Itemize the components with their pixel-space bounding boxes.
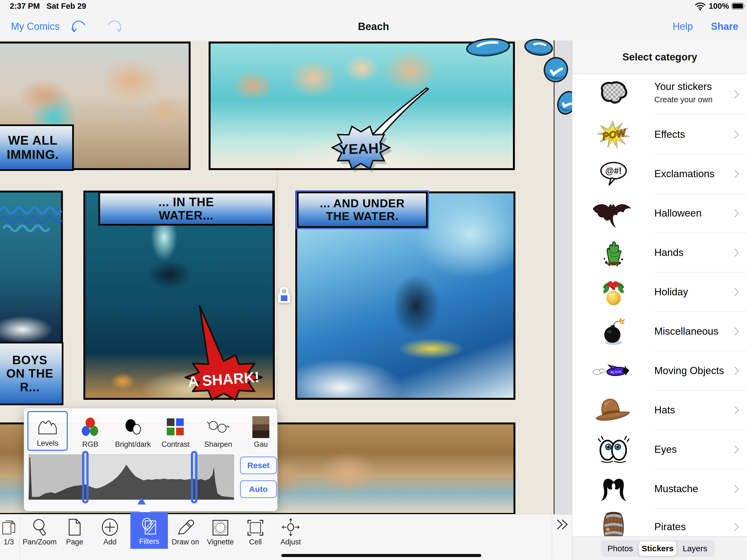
bat-icon bbox=[591, 196, 633, 230]
wifi-icon bbox=[695, 2, 706, 10]
levels-black-point-slider[interactable] bbox=[82, 451, 88, 503]
bomb-icon bbox=[596, 314, 631, 349]
toolbar-filters[interactable]: Filters bbox=[130, 512, 168, 549]
mustache-icon bbox=[596, 472, 631, 506]
water-drop-sticker[interactable] bbox=[542, 55, 570, 84]
magnifier-icon bbox=[32, 516, 48, 536]
toolbar-add[interactable]: Add bbox=[93, 516, 127, 558]
filter-option-bright-dark[interactable]: Bright/dark bbox=[113, 411, 153, 451]
filter-option-contrast[interactable]: Contrast bbox=[155, 411, 196, 451]
bright-dark-icon bbox=[122, 416, 144, 439]
chevron-right-icon bbox=[734, 445, 739, 454]
sidebar-item-halloween[interactable]: Halloween bbox=[572, 194, 747, 233]
share-button[interactable]: Share bbox=[711, 21, 738, 32]
speech-bubble-yeah[interactable]: YEAH! bbox=[306, 82, 432, 176]
sidebar-item-moving-objects[interactable]: BLACK Moving Objects bbox=[572, 351, 747, 390]
toolbar-divider bbox=[552, 515, 552, 559]
chevron-right-icon bbox=[734, 523, 739, 531]
sidebar-item-effects[interactable]: POW Effects bbox=[572, 115, 747, 154]
levels-gamma-slider[interactable] bbox=[137, 498, 146, 505]
page-indicator[interactable]: 1/3 bbox=[0, 516, 22, 558]
page-title: Beach bbox=[358, 21, 389, 32]
filters-popup: Levels RGB Bright/dark bbox=[24, 408, 278, 511]
caption-and-under-the-water[interactable]: ... AND UNDER THE WATER. bbox=[297, 192, 428, 228]
chevron-right-icon bbox=[734, 288, 739, 297]
sidebar-item-miscellaneous[interactable]: Miscellaneous bbox=[572, 312, 747, 351]
page-edge bbox=[554, 41, 555, 514]
svg-text:@#!: @#! bbox=[606, 166, 622, 176]
toolbar-divider bbox=[20, 515, 20, 559]
help-button[interactable]: Help bbox=[673, 21, 693, 32]
filter-option-levels[interactable]: Levels bbox=[27, 411, 68, 451]
status-bar: 2:37 PM Sat Feb 29 100% bbox=[0, 0, 747, 12]
chevron-right-icon bbox=[734, 406, 739, 414]
highlight-clip-region bbox=[194, 455, 234, 500]
caption-boys-on-the[interactable]: BOYS ON THE R... bbox=[0, 342, 63, 405]
levels-histogram bbox=[28, 455, 234, 500]
chevron-right-icon bbox=[734, 90, 739, 99]
more-tools-chevron[interactable] bbox=[556, 518, 570, 531]
filter-option-rgb[interactable]: RGB bbox=[70, 411, 110, 451]
chevron-right-icon bbox=[734, 327, 739, 336]
sidebar-item-holiday[interactable]: Holiday bbox=[572, 272, 747, 312]
chevron-right-icon bbox=[734, 485, 739, 493]
sidebar-item-your-stickers[interactable]: Your stickers Create your own bbox=[572, 74, 747, 115]
app-screen: 2:37 PM Sat Feb 29 100% My Comics bbox=[0, 0, 747, 560]
pages-icon bbox=[2, 516, 16, 536]
battery-icon bbox=[731, 2, 746, 9]
clock: 2:37 PM bbox=[10, 2, 40, 11]
sidebar-item-exclamations[interactable]: @#! Exclamations bbox=[572, 154, 747, 194]
water-drop-sticker[interactable] bbox=[523, 38, 555, 57]
sidebar-header: Select category bbox=[572, 41, 747, 74]
water-drop-sticker[interactable] bbox=[465, 37, 511, 57]
tab-stickers[interactable]: Stickers bbox=[639, 541, 676, 556]
caption-in-the-water[interactable]: ... IN THE WATER... bbox=[98, 192, 274, 226]
toolbar-draw-on[interactable]: Draw on bbox=[168, 516, 203, 558]
sidebar-tab-bar: Photos Stickers Layers bbox=[572, 536, 747, 560]
speech-bubble-symbols-icon: @#! bbox=[596, 157, 631, 191]
pow-burst-icon: POW bbox=[596, 117, 631, 152]
battery-percent: 100% bbox=[709, 2, 729, 11]
auto-button[interactable]: Auto bbox=[240, 480, 277, 498]
bottom-toolbar: 1/3 Pan/Zoom Page bbox=[0, 514, 572, 560]
tab-photos[interactable]: Photos bbox=[601, 541, 639, 556]
redo-button[interactable] bbox=[104, 19, 123, 34]
home-indicator[interactable] bbox=[281, 554, 481, 557]
pencil-icon bbox=[176, 516, 195, 536]
adjust-move-icon bbox=[282, 516, 300, 536]
back-button[interactable]: My Comics bbox=[11, 21, 60, 32]
caption-we-all-swimming[interactable]: WE ALL IMMING. bbox=[0, 124, 74, 171]
toolbar-page[interactable]: Page bbox=[57, 516, 92, 558]
yeah-text: YEAH! bbox=[332, 139, 390, 158]
toolbar-adjust[interactable]: Adjust bbox=[273, 516, 308, 558]
water-scribble-sticker[interactable] bbox=[0, 202, 65, 232]
cowboy-hat-icon bbox=[591, 393, 633, 427]
sticker-sidebar: Select category Your stickers Create you… bbox=[572, 41, 747, 560]
chevron-right-icon bbox=[734, 130, 739, 139]
contrast-icon bbox=[166, 416, 185, 439]
toolbar-pan-zoom[interactable]: Pan/Zoom bbox=[22, 516, 57, 558]
speech-bubble-a-shark[interactable]: A SHARK! bbox=[158, 303, 278, 408]
toolbar-cell[interactable]: Cell bbox=[238, 516, 273, 558]
filter-option-sharpen[interactable]: Sharpen bbox=[198, 411, 238, 451]
sidebar-item-eyes[interactable]: Eyes bbox=[572, 430, 747, 469]
rgb-icon bbox=[80, 416, 101, 439]
filter-option-gaussian[interactable]: Gau bbox=[241, 411, 278, 451]
sidebar-tabs: Photos Stickers Layers bbox=[601, 540, 715, 557]
lock-icon[interactable] bbox=[277, 287, 291, 304]
zombie-hand-icon bbox=[596, 235, 631, 270]
levels-white-point-slider[interactable] bbox=[191, 451, 198, 503]
undo-button[interactable] bbox=[71, 19, 88, 34]
gaussian-thumb-icon bbox=[252, 416, 269, 439]
tab-layers[interactable]: Layers bbox=[676, 541, 714, 556]
vignette-icon bbox=[212, 516, 229, 536]
cartoon-eyes-icon bbox=[596, 432, 631, 467]
sidebar-item-mustache[interactable]: Mustache bbox=[572, 469, 747, 509]
sidebar-item-hats[interactable]: Hats bbox=[572, 390, 747, 430]
checkered-blob-icon bbox=[596, 77, 631, 111]
cell-icon bbox=[247, 516, 264, 536]
reset-button[interactable]: Reset bbox=[240, 457, 277, 474]
plane-icon: BLACK bbox=[590, 354, 634, 388]
toolbar-vignette[interactable]: Vignette bbox=[203, 516, 238, 558]
sidebar-item-hands[interactable]: Hands bbox=[572, 233, 747, 272]
